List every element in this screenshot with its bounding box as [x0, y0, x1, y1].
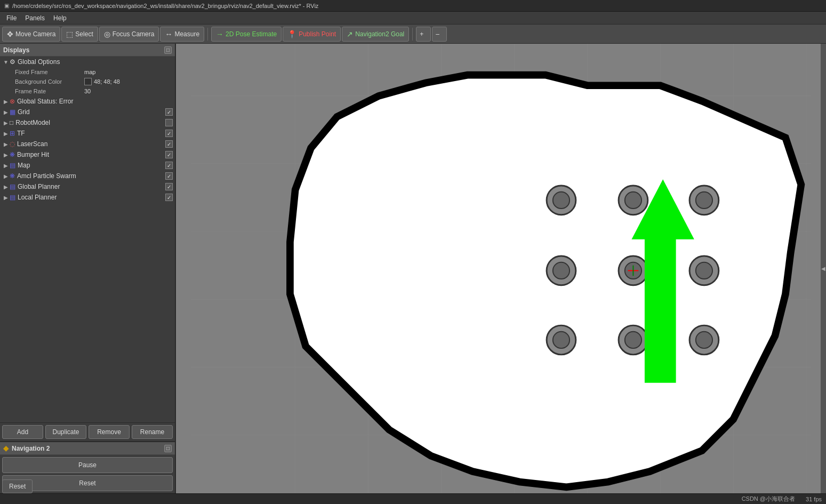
- frame-rate-value[interactable]: 30: [84, 88, 91, 94]
- left-panel: Displays □ ▼ ⚙ Global Options Fixed Fram…: [0, 44, 176, 493]
- displays-tree: ▼ ⚙ Global Options Fixed Frame map Backg…: [0, 57, 175, 422]
- watermark: CSDN @小海联合者: [742, 495, 795, 503]
- menu-panels[interactable]: Panels: [21, 13, 49, 23]
- tf-item[interactable]: ▶ ⊞ TF: [0, 128, 175, 139]
- move-camera-icon: ✥: [7, 30, 13, 38]
- svg-point-35: [696, 332, 712, 348]
- fixed-frame-value[interactable]: map: [84, 69, 95, 75]
- laser-scan-label: LaserScan: [17, 140, 165, 148]
- map-expand: ▶: [2, 163, 10, 169]
- robot-model-checkbox[interactable]: [165, 119, 173, 126]
- bg-color-swatch[interactable]: [84, 78, 92, 85]
- map-item[interactable]: ▶ ▤ Map: [0, 160, 175, 171]
- bumper-hit-checkbox[interactable]: [165, 151, 173, 158]
- select-label: Select: [75, 30, 93, 38]
- map-icon: ▤: [10, 162, 15, 169]
- nav2-goal-button[interactable]: ↗ Navigation2 Goal: [342, 27, 409, 42]
- local-planner-expand: ▶: [2, 195, 10, 201]
- bottom-reset-button[interactable]: Reset: [2, 479, 33, 493]
- robot-model-label: RobotModel: [15, 119, 165, 126]
- grid-checkbox[interactable]: [165, 108, 173, 116]
- pause-button[interactable]: Pause: [2, 457, 173, 473]
- toolbar: ✥ Move Camera ⬚ Select ◎ Focus Camera ↔ …: [0, 25, 826, 44]
- global-planner-expand: ▶: [2, 184, 10, 190]
- 2d-pose-icon: →: [216, 30, 223, 38]
- nav2-header: ◆ Navigation 2 □: [0, 442, 175, 455]
- global-status-item[interactable]: ▶ ⊗ Global Status: Error: [0, 96, 175, 107]
- global-options-item[interactable]: ▼ ⚙ Global Options: [0, 57, 175, 67]
- viewport[interactable]: ◀: [176, 44, 826, 493]
- svg-marker-36: [645, 237, 676, 383]
- bg-color-text: 48; 48; 48: [94, 78, 120, 85]
- plus-label: +: [420, 30, 423, 38]
- tf-label: TF: [17, 130, 165, 137]
- bottom-reset-area: Reset: [2, 479, 33, 493]
- plus-button[interactable]: +: [416, 27, 431, 42]
- focus-camera-icon: ◎: [104, 30, 110, 38]
- svg-point-33: [625, 332, 641, 348]
- move-camera-label: Move Camera: [15, 30, 55, 38]
- global-status-label: Global Status: Error: [17, 98, 173, 105]
- global-options-label: Global Options: [18, 58, 173, 66]
- local-planner-label: Local Planner: [18, 194, 165, 201]
- publish-point-button[interactable]: 📍 Publish Point: [283, 27, 341, 42]
- bg-color-label: Background Color: [15, 78, 84, 85]
- robot-model-expand: ▶: [2, 120, 10, 126]
- duplicate-button[interactable]: Duplicate: [45, 425, 86, 439]
- focus-camera-label: Focus Camera: [113, 30, 155, 38]
- 2d-pose-button[interactable]: → 2D Pose Estimate: [211, 27, 282, 42]
- select-button[interactable]: ⬚ Select: [61, 27, 98, 42]
- grid-expand: ▶: [2, 109, 10, 115]
- robot-model-item[interactable]: ▶ □ RobotModel: [0, 117, 175, 128]
- measure-button[interactable]: ↔ Measure: [160, 27, 204, 42]
- displays-close-button[interactable]: □: [164, 46, 172, 54]
- minus-button[interactable]: –: [432, 27, 447, 42]
- global-planner-checkbox[interactable]: [165, 183, 173, 190]
- laser-scan-expand: ▶: [2, 141, 10, 147]
- bumper-hit-label: Bumper Hit: [17, 151, 165, 158]
- menubar: File Panels Help: [0, 12, 826, 25]
- grid-label: Grid: [18, 108, 165, 116]
- robot-model-icon: □: [10, 119, 13, 126]
- global-options-icon: ⚙: [10, 58, 15, 66]
- global-planner-label: Global Planner: [18, 183, 165, 190]
- tf-icon: ⊞: [10, 130, 15, 137]
- laser-scan-checkbox[interactable]: [165, 140, 173, 148]
- amcl-label: Amcl Particle Swarm: [17, 172, 165, 180]
- map-visualization: [176, 44, 826, 493]
- nav2-diamond-icon: ◆: [3, 444, 9, 452]
- bumper-hit-item[interactable]: ▶ ❋ Bumper Hit: [0, 149, 175, 160]
- window-title: /home/crdelsey/src/ros_dev_workspace/nav…: [12, 3, 318, 9]
- move-camera-button[interactable]: ✥ Move Camera: [2, 27, 60, 42]
- publish-point-label: Publish Point: [299, 30, 336, 38]
- map-checkbox[interactable]: [165, 162, 173, 169]
- remove-button[interactable]: Remove: [89, 425, 130, 439]
- svg-point-17: [553, 192, 570, 209]
- rename-button[interactable]: Rename: [132, 425, 173, 439]
- amcl-icon: ❋: [10, 172, 15, 180]
- right-collapse-handle[interactable]: ◀: [821, 44, 826, 493]
- menu-help[interactable]: Help: [49, 13, 71, 23]
- menu-file[interactable]: File: [2, 13, 21, 23]
- local-planner-checkbox[interactable]: [165, 194, 173, 201]
- global-planner-item[interactable]: ▶ ▤ Global Planner: [0, 181, 175, 192]
- local-planner-item[interactable]: ▶ ▤ Local Planner: [0, 192, 175, 203]
- svg-point-19: [625, 192, 641, 209]
- nav2-close-button[interactable]: □: [164, 445, 172, 452]
- minus-label: –: [436, 30, 439, 38]
- global-status-error-icon: ⊗: [10, 98, 15, 105]
- tf-checkbox[interactable]: [165, 130, 173, 137]
- add-button[interactable]: Add: [2, 425, 43, 439]
- amcl-expand: ▶: [2, 173, 10, 179]
- grid-item[interactable]: ▶ ▦ Grid: [0, 107, 175, 117]
- amcl-checkbox[interactable]: [165, 172, 173, 180]
- nav2-goal-label: Navigation2 Goal: [355, 30, 404, 38]
- focus-camera-button[interactable]: ◎ Focus Camera: [99, 27, 159, 42]
- amcl-item[interactable]: ▶ ❋ Amcl Particle Swarm: [0, 171, 175, 181]
- laser-scan-item[interactable]: ▶ ◌ LaserScan: [0, 139, 175, 149]
- svg-point-29: [696, 262, 712, 279]
- publish-point-icon: 📍: [287, 30, 296, 38]
- svg-point-23: [553, 262, 570, 279]
- statusbar: CSDN @小海联合者 31 fps: [0, 493, 826, 504]
- map-label: Map: [18, 162, 165, 169]
